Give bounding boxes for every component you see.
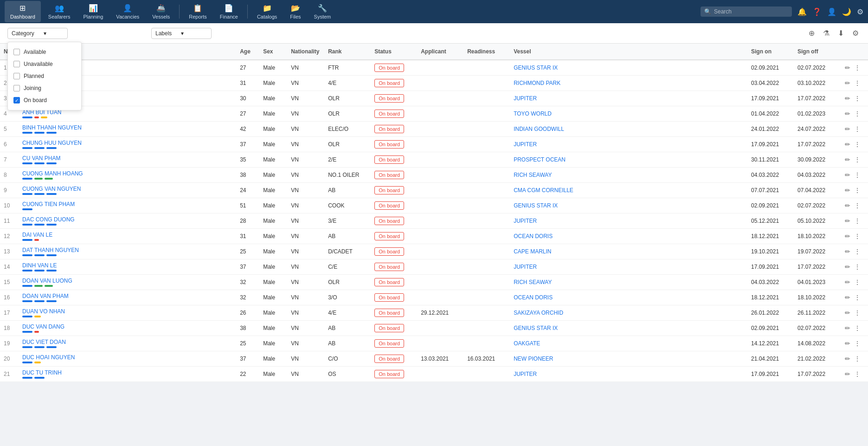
more-button[interactable]: ⋮ [853,278,862,287]
edit-button[interactable]: ✏ [844,155,851,164]
more-button[interactable]: ⋮ [853,170,862,180]
seafarer-name-link[interactable]: DOAN VAN PHAM [22,293,232,299]
col-header-status[interactable]: Status [371,44,417,60]
seafarer-name-link[interactable]: CUONG VAN NGUYEN [22,186,232,192]
edit-button[interactable]: ✏ [844,201,851,210]
edit-button[interactable]: ✏ [844,354,851,363]
vessel-name-link[interactable]: OCEAN DORIS [514,233,553,239]
edit-button[interactable]: ✏ [844,186,851,195]
more-button[interactable]: ⋮ [853,109,862,118]
edit-button[interactable]: ✏ [844,78,851,88]
edit-button[interactable]: ✏ [844,140,851,149]
edit-button[interactable]: ✏ [844,232,851,241]
more-button[interactable]: ⋮ [853,94,862,103]
vessel-name-link[interactable]: RICHMOND PARK [514,80,560,86]
seafarer-name-link[interactable]: DUC HOAI NGUYEN [22,354,232,361]
edit-button[interactable]: ✏ [844,278,851,287]
edit-button[interactable]: ✏ [844,323,851,333]
filter-unavailable[interactable]: Unavailable [8,58,81,70]
nav-dashboard[interactable]: ⊞ Dashboard [5,1,41,22]
col-header-age[interactable]: Age [236,44,259,60]
seafarer-name-link[interactable]: DUC VAN DANG [22,323,232,330]
nav-catalogs[interactable]: 📁 Catalogs [251,1,283,22]
more-button[interactable]: ⋮ [853,262,862,271]
vessel-name-link[interactable]: INDIAN GOODWILL [514,126,564,132]
col-header-signon[interactable]: Sign on [747,44,794,60]
column-settings-button[interactable]: ⚙ [850,27,861,39]
joining-checkbox[interactable] [13,85,20,91]
seafarer-name-link[interactable]: DUC VIET DOAN [22,339,232,345]
filter-available[interactable]: Available [8,46,81,58]
col-header-applicant[interactable]: Applicant [417,44,463,60]
category-select[interactable]: Category ▾ [7,28,68,39]
nav-seafarers[interactable]: 👥 Seafarers [43,1,76,22]
vessel-name-link[interactable]: JUPITER [514,218,537,224]
edit-button[interactable]: ✏ [844,109,851,118]
more-button[interactable]: ⋮ [853,369,862,379]
vessel-name-link[interactable]: RICH SEAWAY [514,172,552,178]
more-button[interactable]: ⋮ [853,140,862,149]
nav-finance[interactable]: 📄 Finance [214,1,244,22]
more-button[interactable]: ⋮ [853,78,862,88]
help-icon[interactable]: ❓ [812,7,822,16]
seafarer-name-link[interactable]: BINH THANH NGUYEN [22,124,232,131]
search-input[interactable] [714,8,788,15]
edit-button[interactable]: ✏ [844,216,851,226]
vessel-name-link[interactable]: OCEAN DORIS [514,294,553,301]
download-button[interactable]: ⬇ [836,27,846,39]
seafarer-name-link[interactable]: CHUNG HUU NGUYEN [22,140,232,146]
edit-button[interactable]: ✏ [844,124,851,134]
vessel-name-link[interactable]: SAKIZAYA ORCHID [514,310,563,316]
seafarer-name-link[interactable]: DINH VAN LE [22,262,232,269]
more-button[interactable]: ⋮ [853,155,862,164]
col-header-nationality[interactable]: Nationality [287,44,324,60]
more-button[interactable]: ⋮ [853,293,862,302]
edit-button[interactable]: ✏ [844,293,851,302]
more-button[interactable]: ⋮ [853,323,862,333]
add-button[interactable]: ⊕ [807,27,817,39]
notifications-icon[interactable]: 🔔 [797,7,807,16]
vessel-name-link[interactable]: TOYO WORLD [514,110,552,117]
col-header-rank[interactable]: Rank [324,44,371,60]
seafarer-name-link[interactable]: DAT THANH NGUYEN [22,247,232,253]
more-button[interactable]: ⋮ [853,339,862,348]
more-button[interactable]: ⋮ [853,354,862,363]
col-header-readiness[interactable]: Readiness [463,44,510,60]
seafarer-name-link[interactable]: CU VAN PHAM [22,155,232,162]
more-button[interactable]: ⋮ [853,308,862,317]
seafarer-name-link[interactable]: DUC TU TRINH [22,369,232,376]
more-button[interactable]: ⋮ [853,216,862,226]
user-icon[interactable]: 👤 [827,7,836,16]
more-button[interactable]: ⋮ [853,201,862,210]
onboard-checkbox[interactable]: ✓ [13,97,20,103]
seafarer-name-link[interactable]: CUONG TIEN PHAM [22,201,232,207]
nav-vessels[interactable]: 🚢 Vessels [147,1,175,22]
edit-button[interactable]: ✏ [844,369,851,379]
edit-button[interactable]: ✏ [844,63,851,72]
theme-icon[interactable]: 🌙 [842,7,851,16]
filter-joining[interactable]: Joining [8,82,81,94]
settings-nav-icon[interactable]: ⚙ [857,7,863,16]
vessel-name-link[interactable]: JUPITER [514,95,537,102]
filter-button[interactable]: ⚗ [821,27,831,39]
search-box[interactable]: 🔍 [701,6,792,17]
edit-button[interactable]: ✏ [844,339,851,348]
more-button[interactable]: ⋮ [853,124,862,134]
nav-files[interactable]: 📂 Files [284,1,306,22]
nav-system[interactable]: 🔧 System [309,1,337,22]
vessel-name-link[interactable]: GENIUS STAR IX [514,202,558,209]
seafarer-name-link[interactable]: CUONG MANH HOANG [22,170,232,177]
edit-button[interactable]: ✏ [844,262,851,271]
edit-button[interactable]: ✏ [844,94,851,103]
nav-planning[interactable]: 📊 Planning [78,1,109,22]
vessel-name-link[interactable]: CMA CGM CORNEILLE [514,187,573,194]
planned-checkbox[interactable] [13,73,20,79]
vessel-name-link[interactable]: NEW PIONEER [514,356,553,362]
vessel-name-link[interactable]: JUPITER [514,141,537,148]
seafarer-name-link[interactable]: DAI VAN LE [22,232,232,238]
vessel-name-link[interactable]: PROSPECT OCEAN [514,156,566,163]
vessel-name-link[interactable]: JUPITER [514,264,537,270]
filter-onboard[interactable]: ✓ On board [8,94,81,106]
labels-select[interactable]: Labels ▾ [151,28,212,39]
nav-vacancies[interactable]: 👤 Vacancies [110,1,145,22]
